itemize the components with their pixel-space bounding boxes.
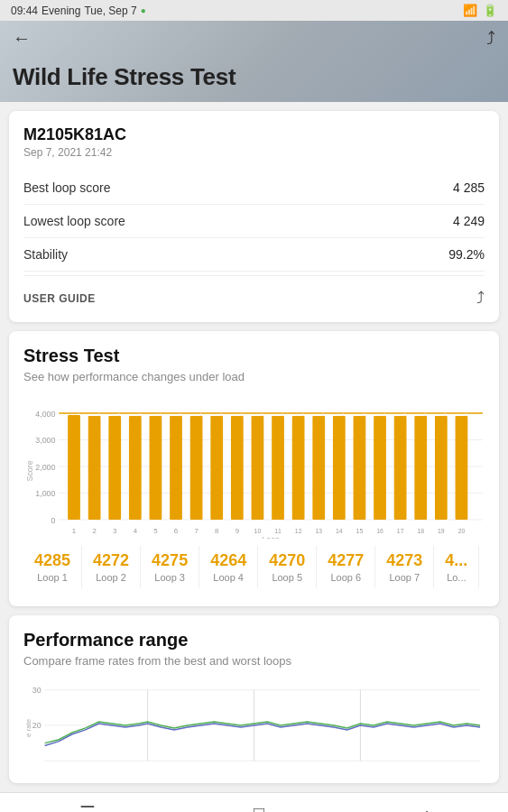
- loop-label-7: Loop 7: [389, 572, 420, 583]
- loop-item-1: 4285 Loop 1: [23, 546, 82, 588]
- device-date: Sep 7, 2021 21:42: [23, 146, 485, 159]
- loop-item-4: 4264 Loop 4: [199, 546, 258, 588]
- svg-rect-50: [435, 416, 448, 520]
- svg-rect-39: [210, 416, 223, 520]
- loop-scores-list: 4285 Loop 1 4272 Loop 2 4275 Loop 3 4264…: [23, 546, 485, 588]
- stress-test-chart: 4,000 3,000 2,000 1,000 0 Score: [23, 394, 485, 539]
- performance-range-title: Performance range: [23, 630, 485, 651]
- svg-text:15: 15: [356, 528, 364, 534]
- loop-label-8: Lo...: [447, 572, 466, 583]
- svg-rect-38: [190, 416, 203, 520]
- svg-text:8: 8: [215, 527, 219, 535]
- stability-value: 99.2%: [448, 247, 485, 262]
- device-name: M2105K81AC: [23, 125, 485, 144]
- svg-text:16: 16: [376, 528, 383, 534]
- user-guide-row[interactable]: USER GUIDE ⤴: [23, 275, 485, 308]
- loop-score-7: 4273: [386, 551, 422, 570]
- svg-text:3: 3: [113, 527, 117, 535]
- loop-item-7: 4273 Loop 7: [375, 546, 434, 588]
- svg-text:2,000: 2,000: [35, 463, 55, 472]
- loop-item-3: 4275 Loop 3: [141, 546, 199, 588]
- user-guide-label: USER GUIDE: [23, 292, 96, 305]
- svg-rect-37: [170, 416, 182, 520]
- loop-label-6: Loop 6: [330, 572, 361, 583]
- svg-text:1: 1: [72, 527, 76, 535]
- svg-text:4,000: 4,000: [35, 410, 55, 419]
- svg-rect-33: [88, 416, 101, 520]
- svg-text:19: 19: [438, 528, 445, 534]
- loop-label-4: Loop 4: [213, 572, 244, 583]
- svg-rect-44: [312, 416, 325, 520]
- home-icon[interactable]: □: [254, 803, 264, 813]
- svg-text:2: 2: [92, 527, 96, 535]
- svg-text:6: 6: [174, 527, 179, 535]
- svg-text:12: 12: [295, 528, 302, 534]
- stability-row: Stability 99.2%: [23, 238, 485, 272]
- loop-item-8: 4... Lo...: [434, 546, 479, 588]
- best-loop-label: Best loop score: [23, 180, 111, 195]
- lowest-loop-label: Lowest loop score: [23, 214, 125, 228]
- chart-svg: 4,000 3,000 2,000 1,000 0 Score: [23, 394, 485, 539]
- lowest-loop-row: Lowest loop score 4 249: [23, 205, 485, 238]
- svg-text:10: 10: [254, 528, 262, 534]
- loop-score-4: 4264: [210, 551, 246, 570]
- loop-score-2: 4272: [93, 551, 129, 570]
- svg-rect-48: [394, 416, 407, 520]
- svg-rect-42: [272, 416, 284, 520]
- battery-icon: 🔋: [483, 4, 497, 17]
- status-date: Tue, Sep 7: [84, 5, 136, 17]
- svg-text:17: 17: [397, 528, 404, 534]
- loop-scores-wrapper: 4285 Loop 1 4272 Loop 2 4275 Loop 3 4264…: [23, 546, 485, 592]
- svg-text:5: 5: [153, 527, 158, 535]
- svg-text:30: 30: [32, 686, 42, 695]
- loop-score-6: 4277: [328, 551, 364, 570]
- stress-test-card: Stress Test See how performance changes …: [9, 331, 499, 606]
- back-button[interactable]: [13, 28, 31, 49]
- svg-rect-46: [354, 416, 366, 520]
- status-bar: 09:44 Evening Tue, Sep 7 ● 📶 🔋: [0, 0, 508, 21]
- svg-rect-41: [252, 416, 264, 520]
- loop-label-1: Loop 1: [37, 572, 68, 583]
- svg-rect-34: [108, 416, 121, 520]
- loop-score-5: 4270: [269, 551, 305, 570]
- svg-rect-47: [374, 416, 386, 520]
- menu-icon[interactable]: ☰: [79, 802, 96, 812]
- svg-text:9: 9: [236, 527, 239, 535]
- svg-text:3,000: 3,000: [35, 436, 55, 445]
- best-loop-value: 4 285: [453, 180, 485, 195]
- stress-test-subtitle: See how performance changes under load: [23, 370, 485, 383]
- page-title: Wild Life Stress Test: [0, 63, 248, 102]
- hero-nav: [0, 21, 508, 56]
- loop-score-3: 4275: [152, 551, 188, 570]
- status-dot: ●: [141, 5, 146, 15]
- status-icons-area: 📶 🔋: [463, 4, 497, 17]
- stress-test-title: Stress Test: [23, 346, 485, 366]
- svg-text:20: 20: [32, 721, 42, 730]
- svg-text:e rate: e rate: [24, 718, 32, 737]
- share-button[interactable]: [486, 28, 495, 49]
- svg-text:Loop: Loop: [262, 535, 280, 539]
- loop-label-5: Loop 5: [272, 572, 302, 583]
- svg-rect-35: [129, 416, 142, 520]
- loop-score-8: 4...: [445, 551, 467, 570]
- svg-text:11: 11: [274, 528, 282, 534]
- svg-text:Score: Score: [25, 460, 34, 481]
- svg-rect-51: [456, 416, 468, 520]
- svg-text:13: 13: [315, 528, 322, 534]
- svg-rect-49: [414, 416, 427, 520]
- performance-range-subtitle: Compare frame rates from the best and wo…: [23, 654, 485, 668]
- svg-text:18: 18: [417, 528, 424, 534]
- performance-range-card: Performance range Compare frame rates fr…: [9, 615, 499, 783]
- svg-rect-40: [231, 416, 244, 520]
- back-nav-icon[interactable]: ‹: [423, 803, 429, 813]
- svg-text:0: 0: [51, 516, 55, 525]
- device-info-card: M2105K81AC Sep 7, 2021 21:42 Best loop s…: [9, 111, 499, 322]
- bottom-nav: ☰ □ ‹: [0, 792, 508, 812]
- loop-item-2: 4272 Loop 2: [82, 546, 141, 588]
- loop-label-3: Loop 3: [154, 572, 185, 583]
- user-guide-share-icon[interactable]: ⤴: [476, 289, 485, 308]
- svg-text:7: 7: [194, 527, 198, 535]
- perf-chart-svg: 30 20 e rate: [23, 678, 485, 769]
- svg-text:4: 4: [134, 527, 138, 535]
- svg-rect-43: [292, 416, 305, 520]
